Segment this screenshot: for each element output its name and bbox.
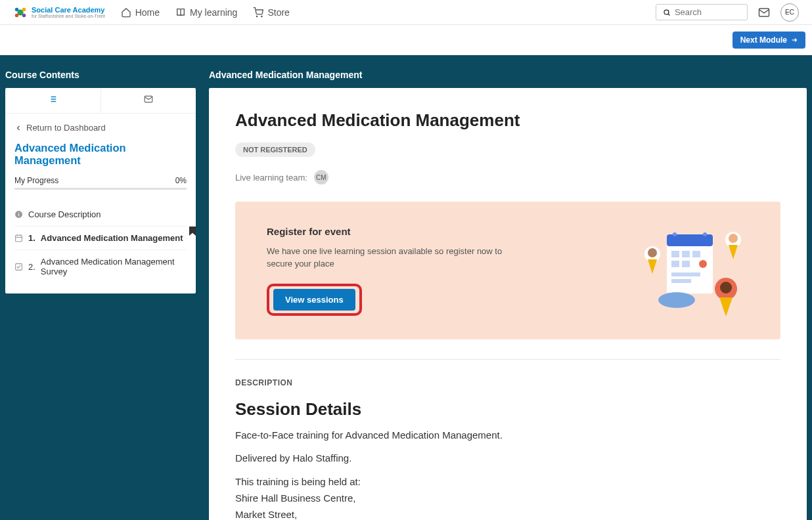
svg-point-41 [729,234,738,243]
svg-rect-37 [671,279,691,283]
svg-rect-21 [16,235,22,242]
progress-bar [14,188,187,190]
top-header: Social Care Academy for Staffordshire an… [0,0,812,25]
bookmark-icon [189,227,196,236]
session-body: Face-to-Face training for Advanced Medic… [235,427,780,520]
register-text: We have one live learning session availa… [267,245,530,271]
session-location-intro: This training is being held at: [235,474,780,489]
address-line-2: Market Street, [235,507,780,520]
svg-rect-19 [18,213,19,216]
divider [235,359,780,360]
mail-icon[interactable] [758,7,770,18]
register-card: Register for event We have one live lear… [235,202,780,339]
user-avatar[interactable]: EC [780,3,799,22]
progress-label: My Progress [14,176,58,185]
svg-rect-30 [671,251,679,257]
arrow-left-icon [14,124,22,132]
register-title: Register for event [267,226,530,237]
book-icon [175,7,186,18]
subheader: Next Module [0,25,812,55]
logo-text-main: Social Care Academy [32,7,105,14]
nav-store[interactable]: Store [253,7,289,18]
svg-point-3 [15,13,19,17]
sidebar-course-name: Advanced Medication Management [14,142,187,167]
info-icon [14,210,23,219]
main-content: Advanced Medication Management Advanced … [209,70,807,520]
logo-icon [13,5,28,20]
register-illustration [637,221,749,320]
content-item-description[interactable]: Course Description [14,203,187,227]
search-box[interactable] [656,4,748,20]
svg-rect-31 [682,251,690,257]
content-breadcrumb: Advanced Medication Management [209,70,807,80]
svg-point-2 [22,7,26,11]
search-icon [663,8,671,17]
address-line-1: Shire Hall Business Centre, [235,490,780,506]
team-label: Live learning team: [235,173,307,183]
calendar-icon [14,234,23,242]
svg-rect-27 [667,234,713,246]
svg-point-5 [257,16,258,16]
sidebar-title: Course Contents [5,70,196,80]
next-module-button[interactable]: Next Module [733,32,805,49]
description-label: DESCRIPTION [235,378,780,387]
content-item-module-1[interactable]: 1. Advanced Medication Management [14,227,187,250]
tab-contents[interactable] [5,88,101,113]
logo-text-sub: for Staffordshire and Stoke-on-Trent [32,14,105,18]
svg-point-35 [699,260,707,268]
session-delivered: Delivered by Halo Staffing. [235,450,780,466]
svg-line-8 [668,14,669,15]
check-icon [14,263,23,271]
search-input[interactable] [675,7,740,17]
return-to-dashboard[interactable]: Return to Dashboard [14,123,187,133]
page-title: Advanced Medication Management [235,110,780,131]
svg-point-4 [22,13,26,17]
nav-home[interactable]: Home [121,7,160,18]
svg-rect-34 [682,261,690,267]
status-badge: NOT REGISTERED [235,142,315,157]
tab-messages[interactable] [101,88,196,113]
highlight-ring: View sessions [267,284,362,316]
svg-point-1 [15,7,19,11]
home-icon [121,7,131,18]
logo[interactable]: Social Care Academy for Staffordshire an… [13,5,105,20]
svg-rect-36 [671,272,700,276]
svg-rect-32 [692,251,700,257]
nav-my-learning[interactable]: My learning [175,7,237,18]
svg-point-6 [261,16,262,16]
arrow-right-icon [791,37,798,43]
svg-point-43 [720,282,732,293]
svg-point-39 [648,248,657,257]
svg-point-29 [703,232,707,236]
session-details-title: Session Details [235,399,780,420]
sidebar: Course Contents Return to Dashboard Adva… [5,70,196,520]
session-intro: Face-to-Face training for Advanced Medic… [235,427,780,443]
team-avatar: CM [314,170,328,184]
cart-icon [253,7,263,18]
svg-point-28 [673,232,677,236]
content-item-module-2[interactable]: 2. Advanced Medication Management Survey [14,250,187,283]
svg-point-44 [658,292,695,308]
view-sessions-button[interactable]: View sessions [273,289,355,311]
envelope-icon [144,95,153,104]
svg-point-7 [664,10,669,14]
progress-value: 0% [175,176,187,185]
list-icon [48,95,57,104]
svg-rect-33 [671,261,679,267]
svg-rect-20 [18,212,19,213]
